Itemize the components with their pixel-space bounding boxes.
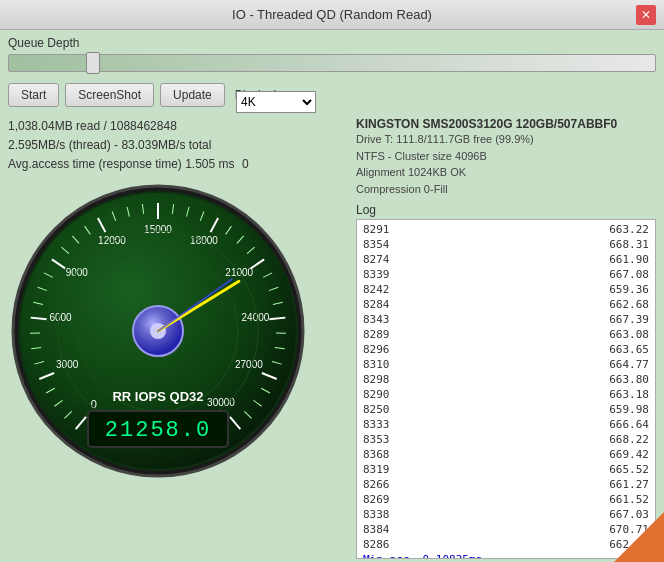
gauge-container: 0 3000 6000 9000 12000 15000 bbox=[8, 181, 308, 481]
log-row: 8242659.36 bbox=[361, 282, 651, 297]
log-box[interactable]: 8291663.228354668.318274661.908339667.08… bbox=[356, 219, 656, 559]
svg-text:3000: 3000 bbox=[56, 358, 79, 369]
read-mb-stat: 1,038.04MB read / 1088462848 bbox=[8, 117, 348, 136]
queue-depth-label: Queue Depth bbox=[8, 36, 656, 50]
device-info: Drive T: 111.8/111.7GB free (99.9%) NTFS… bbox=[356, 131, 656, 197]
log-row: 8250659.98 bbox=[361, 402, 651, 417]
middle-row: 1,038.04MB read / 1088462848 2.595MB/s (… bbox=[8, 117, 656, 559]
block-size-select[interactable]: 4K 512 1K 2K 8K 16K 32K 64K 128K 256K 51… bbox=[236, 91, 316, 113]
log-row: 8289663.08 bbox=[361, 327, 651, 342]
alignment-info: Alignment 1024KB OK bbox=[356, 164, 656, 181]
svg-text:24000: 24000 bbox=[242, 311, 270, 322]
compression-info: Compression 0-Fill bbox=[356, 181, 656, 198]
log-row: 8286662.86 bbox=[361, 537, 651, 552]
log-row: 8338667.03 bbox=[361, 507, 651, 522]
log-row: 8343667.39 bbox=[361, 312, 651, 327]
svg-text:21258.0: 21258.0 bbox=[105, 418, 211, 443]
svg-text:12000: 12000 bbox=[98, 235, 126, 246]
svg-text:18000: 18000 bbox=[190, 235, 218, 246]
log-row: 8296663.65 bbox=[361, 342, 651, 357]
avg-access-stat: Avg.access time (response time) 1.505 ms… bbox=[8, 155, 348, 174]
log-row: 8354668.31 bbox=[361, 237, 651, 252]
queue-depth-slider[interactable] bbox=[8, 54, 656, 72]
main-content: Queue Depth Start ScreenShot Update Bloc… bbox=[0, 30, 664, 562]
close-button[interactable]: ✕ bbox=[636, 5, 656, 25]
log-row: 8291663.22 bbox=[361, 222, 651, 237]
log-row: 8353668.22 bbox=[361, 432, 651, 447]
window-title: IO - Threaded QD (Random Read) bbox=[28, 7, 636, 22]
screenshot-button[interactable]: ScreenShot bbox=[65, 83, 154, 107]
left-panel: 1,038.04MB read / 1088462848 2.595MB/s (… bbox=[8, 117, 348, 559]
log-row: 8368669.42 bbox=[361, 447, 651, 462]
block-size-row: 4K 512 1K 2K 8K 16K 32K 64K 128K 256K 51… bbox=[236, 91, 656, 113]
log-min-row: Min acc. 0.10835ms bbox=[361, 552, 651, 559]
gauge-svg: 0 3000 6000 9000 12000 15000 bbox=[8, 181, 308, 481]
log-row: 8333666.64 bbox=[361, 417, 651, 432]
log-row: 8269661.52 bbox=[361, 492, 651, 507]
drive-info: Drive T: 111.8/111.7GB free (99.9%) bbox=[356, 131, 656, 148]
device-name: KINGSTON SMS200S3120G 120GB/507ABBF0 bbox=[356, 117, 656, 131]
svg-text:6000: 6000 bbox=[49, 311, 72, 322]
stats-text: 1,038.04MB read / 1088462848 2.595MB/s (… bbox=[8, 117, 348, 175]
log-row: 8319665.52 bbox=[361, 462, 651, 477]
title-bar: IO - Threaded QD (Random Read) ✕ bbox=[0, 0, 664, 30]
log-label: Log bbox=[356, 203, 656, 217]
log-row: 8266661.27 bbox=[361, 477, 651, 492]
log-row: 8298663.80 bbox=[361, 372, 651, 387]
svg-text:15000: 15000 bbox=[144, 224, 172, 235]
log-row: 8339667.08 bbox=[361, 267, 651, 282]
speed-stat: 2.595MB/s (thread) - 83.039MB/s total bbox=[8, 136, 348, 155]
slider-container bbox=[8, 54, 656, 75]
start-button[interactable]: Start bbox=[8, 83, 59, 107]
svg-text:RR IOPS QD32: RR IOPS QD32 bbox=[112, 389, 203, 404]
fs-info: NTFS - Cluster size 4096B bbox=[356, 148, 656, 165]
log-row: 8310664.77 bbox=[361, 357, 651, 372]
right-panel: KINGSTON SMS200S3120G 120GB/507ABBF0 Dri… bbox=[356, 117, 656, 559]
log-row: 8384670.71 bbox=[361, 522, 651, 537]
log-row: 8284662.68 bbox=[361, 297, 651, 312]
log-row: 8290663.18 bbox=[361, 387, 651, 402]
svg-text:27000: 27000 bbox=[235, 358, 263, 369]
log-row: 8274661.90 bbox=[361, 252, 651, 267]
update-button[interactable]: Update bbox=[160, 83, 225, 107]
